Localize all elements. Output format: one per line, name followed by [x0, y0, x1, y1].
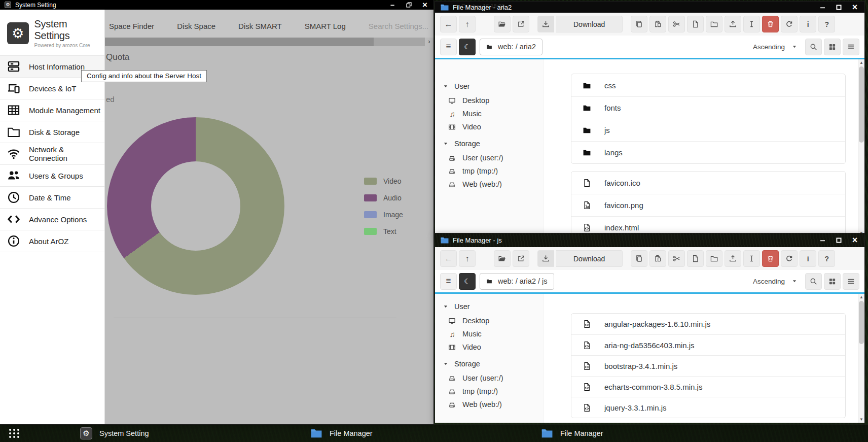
tree-group-user[interactable]: User: [435, 300, 543, 313]
download-icon-button[interactable]: [537, 16, 554, 32]
scroll-down-icon[interactable]: ▼: [858, 417, 864, 422]
sidebar-item-module-management[interactable]: Module Management: [0, 99, 104, 121]
tree-item-video[interactable]: Video: [435, 341, 543, 354]
sidebar-item-users-groups[interactable]: Users & Groups: [0, 165, 104, 187]
up-button[interactable]: ↑: [459, 16, 476, 32]
file-row-echarts[interactable]: echarts-common-3.8.5.min.js: [571, 376, 845, 397]
tree-item-tmp-drive[interactable]: tmp (tmp:/): [435, 385, 543, 398]
help-button[interactable]: ?: [818, 16, 835, 32]
maximize-button[interactable]: [835, 237, 843, 244]
tree-item-desktop[interactable]: Desktop: [435, 314, 543, 327]
rename-button[interactable]: [743, 250, 760, 267]
minimize-button[interactable]: [818, 4, 826, 11]
tree-group-user[interactable]: User: [435, 80, 543, 93]
rename-button[interactable]: [743, 16, 760, 32]
tree-group-storage[interactable]: Storage: [435, 137, 543, 150]
vertical-scrollbar[interactable]: ▲ ▼: [858, 59, 864, 236]
sidebar-item-disk-storage[interactable]: Disk & Storage: [0, 121, 104, 143]
tree-item-video[interactable]: Video: [435, 120, 543, 133]
new-file-button[interactable]: [687, 16, 704, 32]
tab-disk-smart[interactable]: Disk SMART: [238, 22, 282, 30]
app-launcher-button[interactable]: [0, 427, 28, 440]
sidebar-item-about-aroz[interactable]: About ArOZ: [0, 230, 104, 252]
tree-group-storage[interactable]: Storage: [435, 357, 543, 370]
horizontal-scrollbar-thumb[interactable]: [105, 38, 374, 46]
cut-button[interactable]: [668, 250, 685, 267]
menu-button[interactable]: ≡: [440, 273, 457, 290]
delete-button[interactable]: [762, 250, 779, 267]
tab-disk-space[interactable]: Disk Space: [177, 22, 215, 30]
taskbar-item-system-setting[interactable]: ⚙ System Setting: [65, 425, 296, 442]
file-row-langs[interactable]: langs: [571, 141, 845, 163]
file-row-angular[interactable]: angular-packages-1.6.10.min.js: [571, 314, 845, 334]
open-in-new-button[interactable]: [513, 16, 529, 32]
properties-button[interactable]: i: [800, 16, 816, 32]
file-row-fonts[interactable]: fonts: [571, 96, 845, 119]
open-in-new-button[interactable]: [513, 250, 529, 267]
scroll-up-icon[interactable]: ▲: [858, 60, 864, 65]
breadcrumb[interactable]: web: / aria2 / js: [480, 273, 554, 290]
menu-button[interactable]: ≡: [440, 39, 457, 55]
new-folder-button[interactable]: [706, 250, 722, 267]
properties-button[interactable]: i: [800, 250, 816, 267]
file-row-js[interactable]: js: [571, 119, 845, 141]
help-button[interactable]: ?: [818, 250, 835, 267]
vertical-scrollbar[interactable]: ▲ ▼: [858, 294, 864, 423]
download-button[interactable]: Download: [556, 16, 623, 32]
paste-button[interactable]: [649, 16, 666, 32]
close-icon[interactable]: ×: [851, 237, 859, 244]
grid-view-button[interactable]: [824, 273, 841, 290]
search-button[interactable]: [805, 273, 822, 290]
titlebar[interactable]: File Manager - js ×: [435, 233, 864, 247]
back-button[interactable]: ←: [440, 250, 457, 267]
grid-view-button[interactable]: [824, 39, 841, 55]
upload-button[interactable]: [725, 250, 741, 267]
scrollbar-thumb[interactable]: [859, 301, 864, 344]
new-file-button[interactable]: [687, 250, 704, 267]
tree-item-desktop[interactable]: Desktop: [435, 94, 543, 107]
system-settings-titlebar[interactable]: ⚙ System Setting ×: [0, 0, 433, 10]
search-button[interactable]: [805, 39, 822, 55]
delete-button[interactable]: [762, 16, 779, 32]
tree-item-music[interactable]: ♫ Music: [435, 327, 543, 341]
back-button[interactable]: ←: [440, 16, 457, 32]
paste-button[interactable]: [649, 250, 666, 267]
cut-button[interactable]: [668, 16, 685, 32]
refresh-button[interactable]: [781, 16, 798, 32]
tree-item-web-drive[interactable]: Web (web:/): [435, 398, 543, 411]
copy-button[interactable]: [631, 16, 647, 32]
open-folder-button[interactable]: [494, 250, 511, 267]
file-row-favicon-ico[interactable]: favicon.ico: [571, 172, 845, 194]
restore-button[interactable]: [405, 2, 413, 9]
tree-item-web-drive[interactable]: Web (web:/): [435, 178, 543, 191]
tree-item-tmp-drive[interactable]: tmp (tmp:/): [435, 164, 543, 178]
maximize-button[interactable]: [835, 4, 843, 11]
refresh-button[interactable]: [781, 250, 798, 267]
sidebar-item-date-time[interactable]: Date & Time: [0, 187, 104, 209]
search-settings-input[interactable]: [369, 22, 433, 30]
dark-mode-button[interactable]: ☾: [459, 39, 476, 55]
tree-item-user-drive[interactable]: User (user:/): [435, 151, 543, 164]
sidebar-item-advance-options[interactable]: Advance Options: [0, 209, 104, 230]
scrollbar-thumb[interactable]: [859, 66, 864, 143]
download-button[interactable]: Download: [556, 250, 623, 267]
close-icon[interactable]: ×: [421, 2, 429, 9]
minimize-button[interactable]: [388, 2, 396, 9]
close-icon[interactable]: ×: [851, 4, 859, 11]
list-view-button[interactable]: [843, 39, 859, 55]
scroll-right-arrow-icon[interactable]: ›: [425, 38, 433, 46]
file-row-aria-ng[interactable]: aria-ng-da5356c403.min.js: [571, 334, 845, 355]
minimize-button[interactable]: [818, 237, 826, 244]
file-row-jquery[interactable]: jquery-3.3.1.min.js: [571, 397, 845, 418]
file-row-bootstrap[interactable]: bootstrap-3.4.1.min.js: [571, 355, 845, 376]
new-folder-button[interactable]: [706, 16, 722, 32]
breadcrumb[interactable]: web: / aria2: [480, 39, 542, 55]
sidebar-item-network-connection[interactable]: Network & Connection: [0, 143, 104, 165]
file-row-css[interactable]: css: [571, 74, 845, 96]
scroll-up-icon[interactable]: ▲: [858, 295, 864, 299]
tab-space-finder[interactable]: Space Finder: [109, 22, 154, 30]
horizontal-scrollbar[interactable]: ›: [105, 38, 433, 46]
taskbar-item-file-manager-2[interactable]: File Manager: [526, 425, 757, 442]
up-button[interactable]: ↑: [459, 250, 476, 267]
dark-mode-button[interactable]: ☾: [459, 273, 476, 290]
